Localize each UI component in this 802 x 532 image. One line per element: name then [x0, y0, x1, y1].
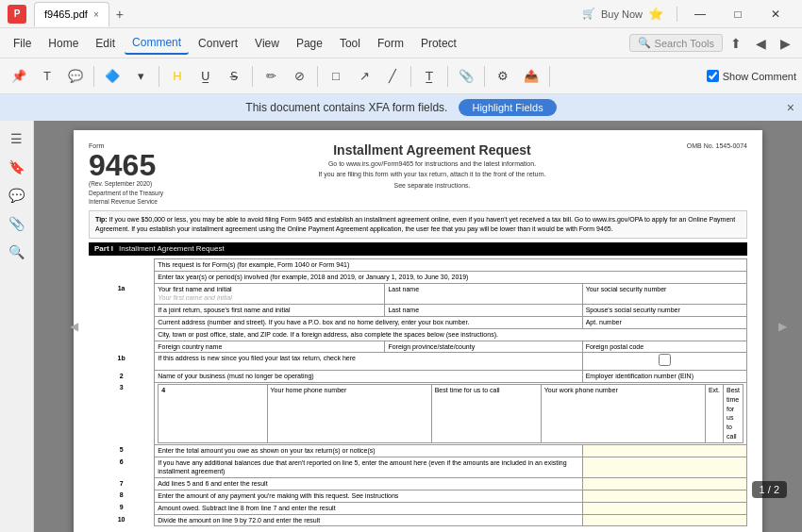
spouse-ssn-label: Spouse's social security number: [586, 306, 744, 315]
last-name-cell[interactable]: Last name: [385, 283, 582, 305]
row-num: [89, 259, 155, 272]
row-4-num: 4: [159, 384, 267, 442]
show-comment-label: Show Comment: [723, 71, 796, 82]
sticky-note-button[interactable]: 📌: [6, 63, 32, 90]
phone-area: 4 Your home phone number Best time for u…: [155, 382, 747, 444]
table-row: Enter tax year(s) or period(s) involved …: [89, 271, 747, 283]
home-phone-label[interactable]: Your home phone number: [267, 384, 431, 442]
export-button[interactable]: 📤: [518, 63, 544, 90]
row7-field[interactable]: [582, 478, 746, 490]
new-address-label: If this address is new since you filed y…: [158, 354, 578, 363]
foreign-postal-cell[interactable]: Foreign postal code: [582, 341, 746, 353]
row5-field[interactable]: [582, 444, 746, 457]
row8-field[interactable]: [582, 490, 746, 502]
row-7: 7: [89, 478, 155, 490]
draw-button[interactable]: ✏: [258, 63, 284, 90]
right-scroll-arrow[interactable]: ▶: [778, 320, 787, 333]
menu-convert[interactable]: Convert: [191, 33, 245, 54]
row-num: [89, 317, 155, 329]
request-for-label: This request is for Form(s) (for example…: [155, 259, 747, 272]
stamp-button[interactable]: 🔷: [99, 63, 125, 90]
menu-view[interactable]: View: [247, 33, 287, 54]
tip-label: Tip:: [95, 216, 108, 223]
left-scroll-arrow[interactable]: ◀: [70, 320, 78, 333]
buy-now-area: 🛒 Buy Now ⭐: [582, 7, 663, 21]
text-field-button[interactable]: T̲: [416, 63, 443, 90]
sep3: [252, 66, 253, 87]
shape-button[interactable]: □: [323, 63, 349, 90]
row10-field[interactable]: [582, 514, 746, 526]
panel-comment-icon[interactable]: 💬: [7, 185, 27, 206]
document-tab[interactable]: f9465.pdf ×: [34, 2, 109, 26]
xfa-close-button[interactable]: ×: [787, 100, 794, 115]
panel-search-icon[interactable]: 🔍: [7, 241, 27, 262]
ext-label[interactable]: Ext.: [705, 384, 723, 442]
menu-comment[interactable]: Comment: [125, 32, 189, 55]
table-row: 5 Enter the total amount you owe as show…: [89, 444, 747, 457]
foreign-province-label: Foreign province/state/county: [388, 342, 578, 352]
stamp-dropdown[interactable]: ▾: [127, 63, 154, 90]
strikeout-button[interactable]: S̶: [221, 63, 247, 90]
form-subtitle1: Go to www.irs.gov/Form9465 for instructi…: [240, 158, 625, 169]
ssn-cell[interactable]: Your social security number: [582, 283, 746, 305]
tab-close-button[interactable]: ×: [93, 9, 99, 20]
buy-now-label[interactable]: Buy Now: [601, 8, 643, 20]
new-tab-button[interactable]: +: [109, 4, 130, 25]
manage-button[interactable]: ⚙: [490, 63, 516, 90]
apt-cell[interactable]: Apt. number: [582, 317, 746, 329]
menu-tool[interactable]: Tool: [332, 33, 368, 54]
ein-cell[interactable]: Employer identification number (EIN): [582, 371, 746, 383]
close-button[interactable]: ✕: [757, 0, 794, 28]
form-number: 9465: [89, 150, 240, 180]
row-3: 3: [89, 382, 155, 444]
menu-protect[interactable]: Protect: [413, 33, 464, 54]
first-name-cell[interactable]: Your first name and initial Your first n…: [155, 283, 385, 305]
nav-back-button[interactable]: ◀: [749, 32, 772, 55]
joint-last-cell[interactable]: Last name: [385, 305, 582, 317]
address-cell[interactable]: Current address (number and street). If …: [155, 317, 582, 329]
menu-home[interactable]: Home: [41, 33, 86, 54]
work-phone-label[interactable]: Your work phone number: [541, 384, 705, 442]
menu-edit[interactable]: Edit: [88, 33, 123, 54]
maximize-button[interactable]: □: [719, 0, 757, 28]
menu-page[interactable]: Page: [289, 33, 330, 54]
row5-label-cell: Enter the total amount you owe as shown …: [155, 444, 582, 457]
sep5: [410, 66, 411, 87]
search-tools-field[interactable]: 🔍 Search Tools: [629, 34, 723, 52]
attach-button[interactable]: 📎: [453, 63, 479, 90]
line-button[interactable]: ╱: [379, 63, 406, 90]
form-dept1: Department of the Treasury: [89, 189, 240, 198]
best-time-label[interactable]: Best time for us to call: [431, 384, 541, 442]
spouse-ssn-cell[interactable]: Spouse's social security number: [582, 305, 746, 317]
highlight-button[interactable]: H: [164, 63, 191, 90]
arrow-button[interactable]: ↗: [351, 63, 377, 90]
panel-nav-icon[interactable]: ☰: [7, 128, 27, 149]
new-address-checkbox[interactable]: [659, 354, 671, 366]
joint-first-cell[interactable]: If a joint return, spouse's first name a…: [155, 305, 385, 317]
foreign-province-cell[interactable]: Foreign province/state/county: [385, 341, 582, 353]
business-name-cell[interactable]: Name of your business (must no longer be…: [155, 371, 582, 383]
menu-form[interactable]: Form: [370, 33, 411, 54]
erase-button[interactable]: ⊘: [286, 63, 312, 90]
window-controls: — □ ✕: [681, 0, 794, 28]
text-comment-button[interactable]: T: [34, 63, 60, 90]
panel-attachment-icon[interactable]: 📎: [7, 213, 27, 234]
menu-file[interactable]: File: [6, 33, 39, 54]
new-address-checkbox-cell[interactable]: [582, 353, 746, 371]
joint-first-label: If a joint return, spouse's first name a…: [158, 306, 381, 315]
underline-button[interactable]: U̲: [192, 63, 219, 90]
show-comment-checkbox[interactable]: [707, 70, 719, 82]
nav-forward-button[interactable]: ▶: [774, 32, 796, 55]
city-cell[interactable]: City, town or post office, state, and ZI…: [155, 328, 747, 341]
phone-subtable: 4 Your home phone number Best time for u…: [158, 384, 744, 443]
share-button[interactable]: ⬆: [725, 32, 747, 55]
panel-bookmark-icon[interactable]: 🔖: [7, 157, 27, 177]
minimize-button[interactable]: —: [681, 0, 719, 28]
callout-button[interactable]: 💬: [62, 63, 89, 90]
foreign-country-cell[interactable]: Foreign country name: [155, 341, 385, 353]
row9-field[interactable]: [582, 502, 746, 514]
best-time2-label[interactable]: Best time for us to call: [723, 384, 743, 442]
highlight-fields-button[interactable]: Highlight Fields: [459, 99, 556, 116]
last-name-label: Last name: [388, 285, 578, 294]
row6-field[interactable]: [582, 457, 746, 478]
